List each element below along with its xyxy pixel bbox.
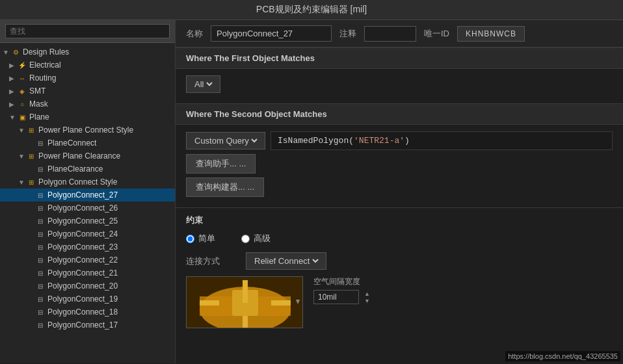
item-icon-pc17: ⊟	[35, 320, 46, 330]
air-gap-arrows: ▲ ▼	[364, 291, 370, 304]
preview-area: 空气间隔宽度 ▲ ▼	[186, 276, 613, 328]
tree-item-polygon-connect-24[interactable]: ⊟ PolygonConnect_24	[0, 228, 175, 240]
query-builder-btn-row: 查询构建器... ...	[186, 177, 613, 201]
arrow-plane: ▼	[9, 114, 17, 121]
air-gap-row: 空气间隔宽度	[313, 276, 370, 287]
air-gap-input[interactable]	[313, 290, 359, 304]
item-icon-pc20: ⊟	[35, 281, 46, 291]
tree-item-polygon-connect-23[interactable]: ⊟ PolygonConnect_23	[0, 240, 175, 254]
folder-icon-electrical: ⚡	[17, 60, 27, 70]
tree-label-smt: SMT	[29, 86, 46, 96]
radio-simple-text: 简单	[198, 233, 215, 244]
item-icon-pc22: ⊟	[35, 255, 46, 265]
tree-label-pc19: PolygonConnect_19	[47, 294, 118, 304]
radio-advanced-text: 高级	[254, 233, 271, 244]
constraint-title: 约束	[186, 214, 613, 226]
tree-label-plane: Plane	[29, 112, 49, 122]
tree-item-plane[interactable]: ▼ ▣ Plane	[0, 110, 175, 124]
item-icon-pc23: ⊟	[35, 242, 46, 252]
comment-label: 注释	[339, 28, 356, 40]
section-second-object-body: Custom Query IsNamedPolygon('NETR21-a') …	[176, 125, 623, 207]
query-code-box[interactable]: IsNamedPolygon('NETR21-a')	[271, 131, 613, 150]
tree-label-pc20: PolygonConnect_20	[47, 281, 118, 291]
search-input[interactable]	[5, 24, 170, 38]
second-object-dropdown[interactable]: Custom Query	[186, 132, 265, 150]
tree-item-polygon-connect-27[interactable]: ⊟ PolygonConnect_27	[0, 188, 175, 202]
item-icon-pc26: ⊟	[35, 203, 46, 213]
tree-label-pc18: PolygonConnect_18	[47, 307, 118, 317]
tree-item-smt[interactable]: ▶ ◈ SMT	[0, 84, 175, 98]
tree-item-polygon-connect-21[interactable]: ⊟ PolygonConnect_21	[0, 266, 175, 280]
radio-simple[interactable]	[186, 235, 194, 243]
arrow-ppc: ▼	[18, 153, 26, 160]
form-header: 名称 注释 唯一ID KHNBNWCB	[176, 20, 623, 47]
folder-icon-plane: ▣	[17, 112, 27, 122]
section-second-object-header: Where The Second Object Matches	[176, 103, 623, 125]
query-builder-button[interactable]: 查询构建器... ...	[186, 177, 264, 197]
tree-label-design-rules: Design Rules	[23, 47, 69, 57]
query-close: )	[404, 136, 410, 146]
connect-dropdown[interactable]: Relief Connect Direct Connect No Connect	[246, 252, 326, 270]
query-helper-button[interactable]: 查询助手... ...	[186, 154, 256, 174]
tree-item-electrical[interactable]: ▶ ⚡ Electrical	[0, 58, 175, 72]
tree-item-polygon-connect-26[interactable]: ⊟ PolygonConnect_26	[0, 202, 175, 214]
connect-select[interactable]: Relief Connect Direct Connect No Connect	[252, 255, 321, 266]
tree-label-mask: Mask	[29, 99, 48, 109]
item-icon-plane-clearance: ⊟	[35, 164, 46, 174]
tree-label-pc25: PolygonConnect_25	[47, 216, 118, 226]
unique-id-label: 唯一ID	[424, 28, 449, 40]
tree-item-mask[interactable]: ▶ ○ Mask	[0, 98, 175, 110]
radio-advanced[interactable]	[241, 235, 250, 243]
tree-item-polygon-connect-19[interactable]: ⊟ PolygonConnect_19	[0, 292, 175, 306]
tree-item-polygon-connect-style[interactable]: ▼ ⊞ Polygon Connect Style	[0, 176, 175, 188]
constraint-section: 约束 简单 高级 连接方式 Relief Connect Direct Conn…	[176, 207, 623, 335]
tree-label-routing: Routing	[29, 73, 56, 83]
tree-item-polygon-connect-20[interactable]: ⊟ PolygonConnect_20	[0, 280, 175, 292]
tree-item-plane-clearance[interactable]: ⊟ PlaneClearance	[0, 162, 175, 176]
tree-label-pgcs: Polygon Connect Style	[38, 177, 117, 187]
tree-label-ppc: Power Plane Clearance	[38, 151, 120, 161]
side-values: 空气间隔宽度 ▲ ▼	[313, 276, 370, 328]
arrow-electrical: ▶	[9, 62, 17, 69]
comment-input[interactable]	[364, 26, 416, 42]
first-object-select[interactable]: All	[192, 79, 215, 90]
tree-item-plane-connect[interactable]: ⊟ PlaneConnect	[0, 136, 175, 150]
tree-container: ▼ ⚙ Design Rules ▶ ⚡ Electrical ▶ ↔ Rout…	[0, 43, 175, 363]
folder-icon-routing: ↔	[17, 73, 27, 83]
connect-label: 连接方式	[186, 255, 238, 267]
tree-item-polygon-connect-17[interactable]: ⊟ PolygonConnect_17	[0, 318, 175, 332]
air-gap-down[interactable]: ▼	[364, 298, 370, 304]
tree-item-design-rules[interactable]: ▼ ⚙ Design Rules	[0, 46, 175, 58]
second-object-select[interactable]: Custom Query	[192, 135, 259, 146]
tree-item-power-plane-clearance[interactable]: ▼ ⊞ Power Plane Clearance	[0, 150, 175, 162]
item-icon-pc19: ⊟	[35, 294, 46, 304]
tree-item-power-plane-connect-style[interactable]: ▼ ⊞ Power Plane Connect Style	[0, 124, 175, 136]
tree-label-ppcs: Power Plane Connect Style	[38, 125, 133, 135]
tree-item-routing[interactable]: ▶ ↔ Routing	[0, 72, 175, 84]
rule-icon-pgcs: ⊞	[26, 177, 36, 187]
air-gap-up[interactable]: ▲	[364, 291, 370, 297]
arrow-design-rules: ▼	[3, 49, 10, 56]
radio-advanced-label[interactable]: 高级	[241, 233, 271, 244]
tree-label-pc24: PolygonConnect_24	[47, 229, 118, 239]
first-object-dropdown[interactable]: All	[186, 75, 220, 93]
tree-item-polygon-connect-22[interactable]: ⊟ PolygonConnect_22	[0, 254, 175, 266]
query-func: IsNamedPolygon(	[278, 136, 354, 146]
tree-item-polygon-connect-18[interactable]: ⊟ PolygonConnect_18	[0, 306, 175, 318]
tree-label-pc21: PolygonConnect_21	[47, 268, 118, 278]
name-input[interactable]	[211, 25, 332, 42]
preview-svg	[187, 277, 303, 328]
right-panel: 名称 注释 唯一ID KHNBNWCB Where The First Obje…	[176, 20, 623, 363]
tree-label-pc22: PolygonConnect_22	[47, 255, 118, 265]
tree-item-polygon-connect-25[interactable]: ⊟ PolygonConnect_25	[0, 214, 175, 228]
item-icon-pc18: ⊟	[35, 307, 46, 317]
tree-label-pc27: PolygonConnect_27	[47, 190, 118, 200]
first-object-dropdown-row: All	[186, 75, 613, 93]
rule-icon: ⚙	[10, 47, 21, 57]
query-arg: 'NETR21-a'	[354, 136, 404, 146]
section-first-object-header: Where The First Object Matches	[176, 47, 623, 69]
left-panel: ▼ ⚙ Design Rules ▶ ⚡ Electrical ▶ ↔ Rout…	[0, 20, 176, 363]
title-text: PCB规则及约束编辑器 [mil]	[256, 4, 367, 14]
radio-simple-label[interactable]: 简单	[186, 233, 215, 244]
unique-id-value: KHNBNWCB	[457, 26, 525, 42]
